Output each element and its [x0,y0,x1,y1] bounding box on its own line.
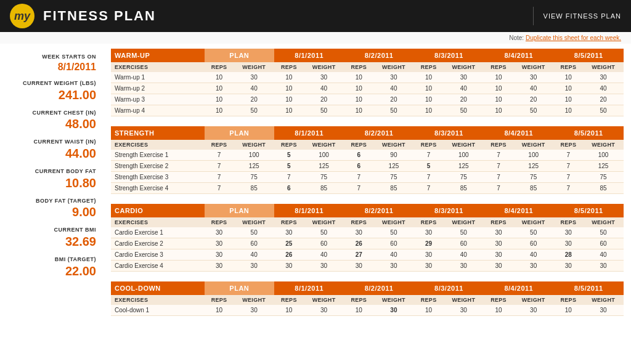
sidebar-current-weight: CURRENT WEIGHT (LBS) 241.00 [7,80,96,102]
bodyfat-target-value: 9.00 [7,204,96,219]
col-header: WEIGHT [583,295,624,305]
col-header: REPS [484,217,513,227]
day-reps: 10 [554,94,584,105]
plan-header: PLAN [205,281,274,295]
section-name: CARDIO [111,204,205,217]
current-weight-label: CURRENT WEIGHT (LBS) [7,80,96,87]
current-chest-label: CURRENT CHEST (IN) [7,110,96,117]
day-weight: 50 [583,105,624,116]
sidebar: WEEK STARTS ON 8/1/2011 CURRENT WEIGHT (… [0,44,104,331]
day-reps: 6 [344,161,373,172]
col-header: REPS [205,140,234,150]
col-header: REPS [484,295,513,305]
col-header: REPS [344,140,373,150]
plan-reps: 30 [205,261,234,272]
date-header: 8/3/2011 [414,49,484,62]
current-chest-value: 48.00 [7,116,96,131]
col-header: REPS [205,217,234,227]
date-header: 8/5/2011 [554,126,624,140]
duplicate-link[interactable]: Duplicate this sheet for each week. [526,34,621,41]
exercise-name: Warm-up 3 [111,94,205,105]
exercise-name: Cardio Exercise 4 [111,261,205,272]
day-weight: 100 [583,150,624,161]
plan-reps: 7 [205,183,234,194]
plan-reps: 7 [205,150,234,161]
col-header: WEIGHT [304,217,344,227]
date-header: 8/1/2011 [274,204,344,217]
col-header: REPS [274,140,304,150]
col-header: REPS [414,62,444,72]
day-reps: 30 [484,227,513,238]
exercise-name: Warm-up 2 [111,83,205,94]
plan-weight: 30 [234,261,274,272]
day-reps: 10 [484,305,513,316]
col-header: WEIGHT [304,62,344,72]
day-weight: 20 [373,94,414,105]
col-header: WEIGHT [234,217,274,227]
table-row: Strength Exercise 3775775775775775775 [111,172,624,183]
day-weight: 85 [304,183,344,194]
plan-reps: 30 [205,227,234,238]
col-header: REPS [554,140,584,150]
day-weight: 75 [443,172,484,183]
day-weight: 20 [443,94,484,105]
day-weight: 40 [304,83,344,94]
col-header: WEIGHT [373,295,414,305]
plan-weight: 20 [234,94,274,105]
day-reps: 30 [484,249,513,261]
col-header: WEIGHT [373,140,414,150]
current-weight-value: 241.00 [7,87,96,102]
date-header: 8/2/2011 [344,281,413,295]
section-warm-up: WARM-UPPLAN8/1/20118/2/20118/3/20118/4/2… [111,49,624,116]
day-weight: 30 [443,305,484,316]
day-reps: 7 [554,161,584,172]
day-weight: 30 [304,305,344,316]
header-divider [533,7,534,25]
col-header: REPS [554,295,584,305]
plan-header: PLAN [205,126,274,140]
exercise-name: Strength Exercise 3 [111,172,205,183]
col-header: WEIGHT [304,295,344,305]
day-reps: 10 [274,72,304,83]
plan-weight: 40 [234,249,274,261]
day-weight: 85 [583,183,624,194]
day-weight: 50 [513,105,554,116]
day-weight: 40 [373,249,414,261]
view-plan-button[interactable]: VIEW FITNESS PLAN [543,12,621,20]
day-weight: 20 [513,94,554,105]
day-reps: 7 [484,161,513,172]
day-weight: 40 [513,83,554,94]
day-weight: 50 [443,227,484,238]
col-header: REPS [554,217,584,227]
day-weight: 60 [583,238,624,249]
logo: my [10,4,35,28]
plan-weight: 125 [234,161,274,172]
day-reps: 30 [484,238,513,249]
day-weight: 125 [373,161,414,172]
col-header: WEIGHT [583,140,624,150]
col-header: REPS [205,62,234,72]
day-reps: 10 [344,105,373,116]
day-weight: 40 [513,249,554,261]
exercises-col-header: EXERCISES [111,140,205,150]
section-cardio: CARDIOPLAN8/1/20118/2/20118/3/20118/4/20… [111,204,624,272]
day-reps: 30 [274,227,304,238]
day-reps: 10 [344,72,373,83]
table-row: Warm-up 3102010201020102010201020 [111,94,624,105]
exercise-name: Warm-up 1 [111,72,205,83]
date-header: 8/1/2011 [274,126,344,140]
day-weight: 30 [304,261,344,272]
date-header: 8/1/2011 [274,281,344,295]
exercises-col-header: EXERCISES [111,217,205,227]
plan-reps: 30 [205,249,234,261]
table-row: Cardio Exercise 230602560266029603060306… [111,238,624,249]
exercise-name: Strength Exercise 1 [111,150,205,161]
table-row: Cool-down 1103010301030103010301030 [111,305,624,316]
plan-reps: 10 [205,305,234,316]
bodyfat-target-label: BODY FAT (TARGET) [7,198,96,205]
date-header: 8/3/2011 [414,204,484,217]
day-reps: 10 [274,83,304,94]
day-reps: 7 [554,150,584,161]
week-starts-value: 8/1/2011 [7,61,96,73]
day-reps: 29 [414,238,444,249]
